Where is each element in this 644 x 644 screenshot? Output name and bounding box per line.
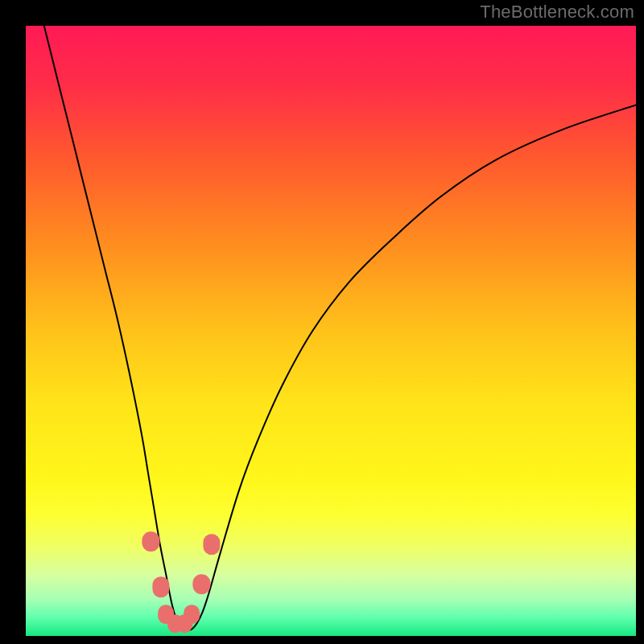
chart-frame: TheBottleneck.com xyxy=(0,0,644,644)
curve-marker xyxy=(153,577,170,597)
curve-marker xyxy=(184,605,200,625)
curve-marker xyxy=(204,535,221,555)
curve-marker xyxy=(142,531,159,551)
marker-layer xyxy=(26,26,636,636)
curve-marker xyxy=(193,574,210,594)
watermark-text: TheBottleneck.com xyxy=(480,2,634,23)
plot-area xyxy=(26,26,636,636)
